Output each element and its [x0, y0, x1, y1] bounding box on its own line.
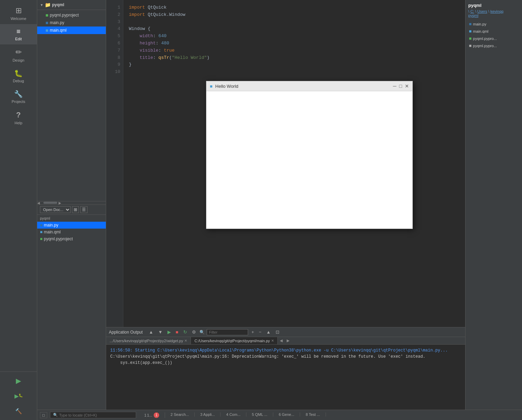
tab-close-icon[interactable]: ✕ [184, 339, 187, 343]
search-container: 🔍 [50, 412, 136, 418]
status-tab-1[interactable]: 1 1... 1 [139, 412, 165, 418]
output-tab-widget[interactable]: .../Users/kevinqq/git/qtProject/py2/widg… [106, 337, 191, 344]
breadcrumb-c[interactable]: C: [470, 9, 474, 13]
output-up-arrow[interactable]: ▲ [147, 329, 155, 335]
tree-item-pyproject[interactable]: ■ pyqml.pyproject [37, 11, 106, 19]
filter-icon: 🔍 [199, 330, 205, 335]
output-rerun-btn[interactable]: ↻ [182, 329, 188, 335]
tree-item-mainqml[interactable]: ■ main.qml [37, 27, 106, 34]
output-filter-input[interactable] [207, 329, 248, 335]
window-titlebar: ■ Hello World ─ □ ✕ [206, 81, 412, 91]
tree-item-label: pyqml.pyproject [50, 13, 79, 18]
tree-item-mainpy[interactable]: ■ main.py [37, 19, 106, 27]
design-icon: ✏ [16, 48, 22, 57]
output-stop-btn[interactable]: ■ [174, 329, 180, 335]
sidebar-label-help: Help [14, 121, 22, 125]
tab-scroll-right[interactable]: ▶ [285, 337, 291, 344]
tree-arrow-icon: ▼ [40, 3, 43, 7]
output-minus-btn[interactable]: − [257, 329, 263, 335]
qml-file-icon: ■ [45, 28, 48, 33]
horizontal-scrollbar[interactable]: ◀ ▶ [37, 201, 106, 204]
breadcrumb-pyqml[interactable]: pyqml [468, 13, 478, 18]
right-py-icon: ■ [469, 21, 472, 27]
right-file-pyproject2[interactable]: ■ pyqml.pypro... [468, 42, 519, 49]
right-panel-title: pyqml [468, 3, 519, 8]
status-tab-6[interactable]: 6 Gene... [273, 412, 300, 417]
output-tabs: .../Users/kevinqq/git/qtProject/py2/widg… [106, 337, 465, 345]
right-pro-icon: ■ [469, 36, 472, 41]
tab-scroll-left[interactable]: ◀ [278, 337, 285, 344]
bottom-file-item-mainpy[interactable]: ■ main.py [37, 222, 106, 229]
floating-hello-world-window[interactable]: ■ Hello World ─ □ ✕ [206, 81, 413, 229]
py-file-icon: ■ [45, 20, 48, 25]
folder-icon: 📁 [45, 2, 51, 8]
project-name: pyqml [52, 2, 64, 7]
status-tab-5[interactable]: 5 QML ... [246, 412, 273, 417]
sidebar-item-projects[interactable]: 🔧 Projects [0, 86, 37, 107]
run-button[interactable]: ▶ [12, 375, 25, 387]
tab-label: C:/Users/kevinqq/git/qtProject/pyqml/mai… [194, 339, 270, 343]
sidebar-label-welcome: Welcome [11, 17, 27, 21]
output-add-btn[interactable]: + [250, 329, 256, 335]
sidebar-label-projects: Projects [12, 99, 25, 104]
open-doc-selector[interactable]: Open Doc... [40, 206, 71, 213]
status-left: □ 🔍 [37, 412, 139, 418]
project-label-bottom: pyqml [37, 214, 106, 222]
bottom-file-item-mainqml[interactable]: ■ main.qml [37, 229, 106, 235]
breadcrumb-users[interactable]: Users [477, 9, 487, 13]
qml-icon: ■ [40, 230, 42, 234]
maximize-button[interactable]: □ [399, 83, 402, 89]
pro-file-icon: ■ [45, 12, 48, 18]
file-tree-panel: ▼ 📁 pyqml ■ pyqml.pyproject ■ main.py ■ [37, 0, 106, 410]
status-tab-8[interactable]: 8 Test ... [300, 412, 326, 417]
tab-close-icon[interactable]: ✕ [271, 339, 274, 343]
output-collapse-btn[interactable]: ▲ [265, 329, 272, 335]
output-tab-main[interactable]: C:/Users/kevinqq/git/qtProject/pyqml/mai… [191, 337, 278, 344]
help-icon: ? [16, 111, 21, 119]
right-file-mainqml[interactable]: ■ main.qml [468, 28, 519, 35]
tree-item-label: main.py [50, 20, 64, 25]
sidebar-item-debug[interactable]: 🐛 Debug [0, 66, 37, 86]
output-settings-btn[interactable]: ⚙ [191, 329, 197, 335]
output-run-btn[interactable]: ▶ [166, 329, 172, 335]
locate-input[interactable] [59, 413, 128, 417]
window-body [206, 91, 412, 229]
sidebar-item-help[interactable]: ? Help [0, 107, 37, 128]
bottom-file-item-pyproject[interactable]: ■ pyqml.pyproject [37, 235, 106, 242]
editor-content: 1 2 3 4 5 6 7 8 9 10 import QtQuic [106, 0, 465, 327]
status-tab-2[interactable]: 2 Search... [165, 412, 195, 417]
minimize-button[interactable]: ─ [393, 83, 397, 89]
status-tab-3[interactable]: 3 Appli... [195, 412, 221, 417]
sidebar-label-edit: Edit [15, 37, 22, 41]
sidebar-label-debug: Debug [13, 79, 24, 83]
status-tab-4[interactable]: 4 Com... [221, 412, 246, 417]
right-file-pyproject1[interactable]: ■ pyqml.pypro... [468, 35, 519, 42]
output-area: Application Output ▲ ▼ ▶ ■ ↻ ⚙ 🔍 + − ▲ ⊡ [106, 327, 465, 410]
output-down-arrow[interactable]: ▼ [157, 329, 164, 335]
sidebar-label-design: Design [12, 58, 24, 62]
line-numbers: 1 2 3 4 5 6 7 8 9 10 [106, 0, 123, 327]
close-button[interactable]: ✕ [405, 83, 409, 89]
sidebar-item-design[interactable]: ✏ Design [0, 44, 37, 66]
pro-icon: ■ [40, 237, 42, 241]
sidebar-item-edit[interactable]: ≡ Edit [0, 24, 37, 44]
add-split-button[interactable]: ⊞ [72, 206, 79, 213]
panel-menu-button[interactable]: ☰ [80, 206, 88, 213]
output-line-2: C:\Users\kevinqq\git\qtProject\pyqml\mai… [110, 354, 461, 360]
debug-run-button[interactable]: ▶🐛 [12, 390, 25, 402]
right-file-mainpy[interactable]: ■ main.py [468, 20, 519, 28]
breadcrumb-kevinqq[interactable]: kevinqq [490, 9, 503, 13]
output-dock-btn[interactable]: ⊡ [274, 329, 281, 335]
output-line-3: sys.exit(app.exec_()) [110, 360, 461, 366]
file-tree-body: ■ pyqml.pyproject ■ main.py ■ main.qml [37, 10, 106, 201]
window-title: Hello World [215, 84, 390, 89]
status-tabs: 1 1... 1 2 Search... 3 Appli... 4 Com...… [139, 412, 522, 418]
window-icon: ■ [210, 84, 213, 89]
tree-item-label: main.qml [50, 28, 66, 33]
right-qml-icon: ■ [469, 29, 472, 34]
build-button[interactable]: 🔨 [12, 405, 25, 417]
status-badge: 1 [154, 412, 159, 418]
sidebar-item-welcome[interactable]: ⊞ Welcome [0, 3, 37, 24]
status-square-btn[interactable]: □ [40, 412, 47, 418]
grid-icon: ⊞ [16, 6, 22, 15]
